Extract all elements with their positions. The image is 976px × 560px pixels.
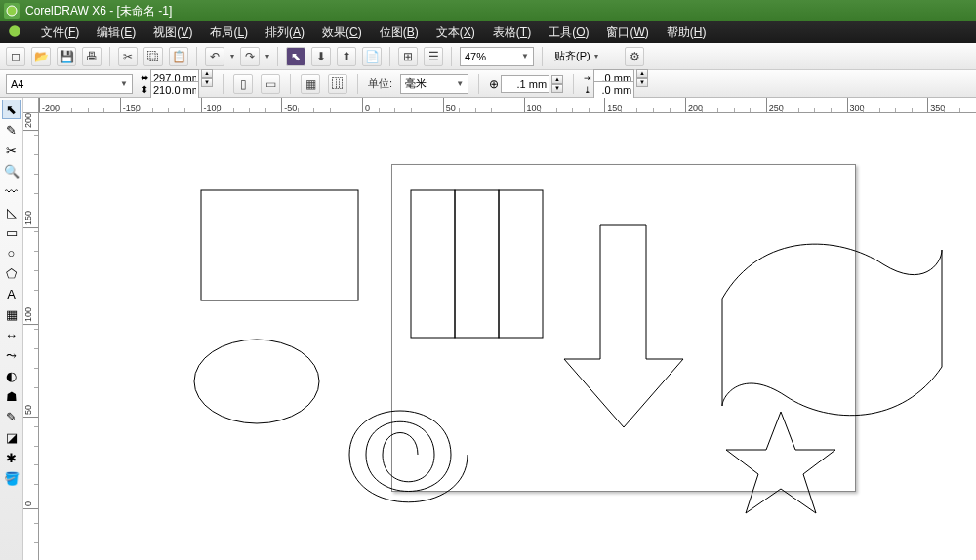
app-launcher-button[interactable]: ⊞ — [398, 47, 418, 66]
outline-tool[interactable]: ✎ — [2, 407, 21, 426]
units-combo[interactable]: 毫米 ▼ — [400, 74, 468, 94]
ruler-origin[interactable] — [23, 98, 39, 113]
nudge-spinner[interactable]: ⊕ ▲▼ — [489, 75, 563, 93]
export-icon: ⬆ — [342, 50, 351, 63]
pick-tool-icon: ⬉ — [6, 102, 17, 117]
chevron-down-icon: ▼ — [456, 79, 464, 88]
copy-button[interactable]: ⿻ — [143, 47, 163, 66]
paste-button[interactable]: 📋 — [169, 47, 188, 66]
smart-fill-tool[interactable]: 🪣 — [2, 468, 21, 488]
dimension-tool[interactable]: ↔ — [2, 325, 21, 344]
app-logo-icon — [4, 3, 20, 19]
menu-b[interactable]: 位图(B) — [380, 24, 419, 41]
open-button[interactable]: 📂 — [31, 47, 51, 66]
paste-icon: 📋 — [172, 50, 186, 63]
menu-t[interactable]: 表格(T) — [493, 24, 531, 41]
ellipse-tool[interactable]: ○ — [2, 243, 21, 262]
page-preset-combo[interactable]: A4 ▼ — [6, 74, 133, 94]
spin-up[interactable]: ▲ — [201, 69, 213, 78]
page-height-spinner[interactable]: ⬍ — [141, 81, 213, 99]
undo-button[interactable]: ↶ — [205, 47, 224, 66]
options-button[interactable]: ⚙ — [625, 47, 644, 66]
pick-tool[interactable]: ⬉ — [2, 100, 21, 119]
menu-v[interactable]: 视图(V) — [153, 24, 192, 41]
spin-up[interactable]: ▲ — [636, 69, 648, 78]
zoom-tool[interactable]: 🔍 — [2, 161, 21, 180]
menu-e[interactable]: 编辑(E) — [97, 24, 136, 41]
canvas-shapes — [39, 113, 976, 560]
undo-dropdown-icon[interactable]: ▾ — [230, 52, 234, 60]
current-page-button[interactable]: ⿲ — [328, 74, 347, 94]
crop-tool-icon: ✂ — [6, 143, 17, 158]
connector-tool[interactable]: ⤳ — [2, 345, 21, 365]
graph-column-1 — [411, 190, 455, 338]
rectangle-shape — [201, 190, 358, 300]
all-pages-button[interactable]: ▦ — [301, 74, 320, 94]
nudge-icon: ⊕ — [489, 77, 499, 91]
allpages-icon: ▦ — [305, 77, 316, 91]
welcome-button[interactable]: ☰ — [424, 47, 443, 66]
ellipse-shape — [194, 340, 319, 423]
page-height-input[interactable] — [150, 81, 199, 99]
redo-icon: ↷ — [245, 50, 255, 63]
menu-c[interactable]: 效果(C) — [322, 24, 362, 41]
menu-x[interactable]: 文本(X) — [436, 24, 475, 41]
redo-dropdown-icon[interactable]: ▾ — [265, 52, 269, 60]
separator — [290, 74, 291, 94]
separator — [478, 74, 479, 94]
canvas-area[interactable]: -200-150-100-50050100150200250300350 200… — [23, 98, 976, 560]
shape-tool[interactable]: ✎ — [2, 120, 21, 140]
save-button[interactable]: 💾 — [57, 47, 76, 66]
menu-h[interactable]: 帮助(H) — [667, 24, 707, 41]
menu-o[interactable]: 工具(O) — [549, 24, 589, 41]
export-button[interactable]: ⬆ — [337, 47, 356, 66]
crop-tool[interactable]: ✂ — [2, 140, 21, 160]
interactive-tool[interactable]: ◐ — [2, 366, 21, 385]
menu-f[interactable]: 文件(F) — [41, 24, 79, 41]
table-tool[interactable]: ▦ — [2, 304, 21, 324]
smart-tool[interactable]: ◺ — [2, 202, 21, 221]
spin-down[interactable]: ▼ — [551, 84, 563, 93]
menu-a[interactable]: 排列(A) — [265, 24, 305, 41]
text-tool[interactable]: A — [2, 284, 21, 303]
zoom-value: 47% — [465, 51, 486, 62]
interactive-tool-icon: ◐ — [6, 369, 17, 383]
ruler-tick: 100 — [524, 98, 542, 113]
ruler-tick: 150 — [23, 211, 39, 228]
rectangle-tool[interactable]: ▭ — [2, 222, 21, 242]
ruler-tick: 300 — [847, 98, 865, 113]
spin-up[interactable]: ▲ — [551, 75, 563, 84]
new-button[interactable]: ◻ — [6, 47, 25, 66]
cut-button[interactable]: ✂ — [118, 47, 138, 66]
print-icon: 🖶 — [86, 50, 98, 63]
ruler-tick: 50 — [443, 98, 456, 113]
portrait-button[interactable]: ▯ — [233, 74, 253, 94]
duplicate-y-spinner[interactable]: ⤓ — [584, 81, 648, 99]
nudge-input[interactable] — [501, 75, 549, 93]
toolbox: ⬉ ✎ ✂ 🔍 〰 ◺ ▭ ○ ⬠ A ▦ ↔ ⤳ ◐ ☗ ✎ ◪ ✱ 🪣 — [0, 98, 23, 560]
interactive-fill-tool[interactable]: ✱ — [2, 448, 21, 467]
separator — [277, 47, 278, 66]
redo-button[interactable]: ↷ — [240, 47, 260, 66]
menu-w[interactable]: 窗口(W) — [606, 24, 648, 41]
landscape-button[interactable]: ▭ — [261, 74, 280, 94]
freehand-tool[interactable]: 〰 — [2, 181, 21, 201]
zoom-combo[interactable]: 47% ▼ — [460, 47, 534, 66]
separator — [223, 74, 224, 94]
eyedropper-tool[interactable]: ☗ — [2, 386, 21, 406]
polygon-tool[interactable]: ⬠ — [2, 263, 21, 283]
import-button[interactable]: ⬇ — [311, 47, 331, 66]
dup-y-input[interactable] — [593, 81, 634, 99]
print-button[interactable]: 🖶 — [82, 47, 102, 66]
publish-button[interactable]: 📄 — [362, 47, 382, 66]
pick-button[interactable]: ⬉ — [286, 47, 305, 66]
menu-l[interactable]: 布局(L) — [210, 24, 248, 41]
ruler-horizontal[interactable]: -200-150-100-50050100150200250300350 — [39, 98, 976, 113]
fill-tool[interactable]: ◪ — [2, 427, 21, 447]
dimension-tool-icon: ↔ — [5, 328, 18, 342]
ruler-vertical[interactable]: 200150100500 — [23, 113, 39, 560]
cut-icon: ✂ — [123, 50, 133, 63]
ruler-tick: 150 — [604, 98, 622, 113]
separator — [357, 74, 358, 94]
snap-menu[interactable]: 贴齐(P) ▾ — [550, 47, 619, 66]
